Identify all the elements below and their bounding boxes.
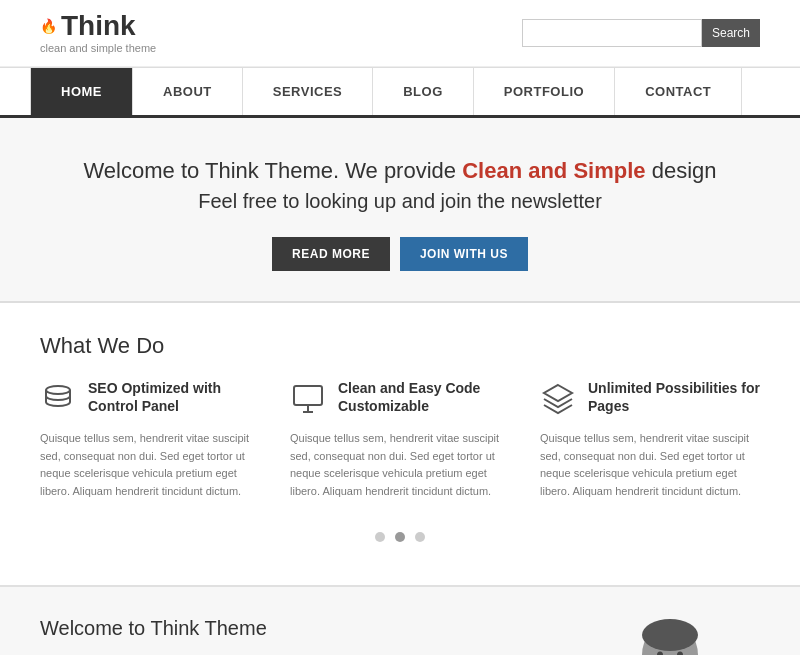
welcome-title: Welcome to Think Theme: [40, 617, 550, 640]
database-icon: [40, 381, 76, 420]
nav-link-contact[interactable]: CONTACT: [615, 68, 742, 115]
search-form: Search: [522, 19, 760, 47]
welcome-text: Welcome to Think Theme Lorem ipsum dolor…: [40, 617, 550, 655]
nav-item-portfolio: PORTFOLIO: [474, 68, 615, 115]
feature-code-desc: Quisque tellus sem, hendrerit vitae susc…: [290, 430, 510, 500]
logo-text: Think: [61, 12, 136, 40]
dot-2[interactable]: [395, 532, 405, 542]
monitor-icon: [290, 381, 326, 420]
what-section: What We Do SEO Optimized with Control Pa…: [0, 303, 800, 585]
logo-subtitle: clean and simple theme: [40, 42, 156, 54]
feature-code-title: Clean and Easy Code Customizable: [338, 379, 510, 415]
feature-pages-title: Unlimited Possibilities for Pages: [588, 379, 760, 415]
hero-line1-accent: Clean and Simple: [462, 158, 645, 183]
nav-link-portfolio[interactable]: PORTFOLIO: [474, 68, 615, 115]
svg-rect-1: [294, 386, 322, 405]
svg-marker-4: [544, 385, 572, 401]
nav-link-services[interactable]: SERVICES: [243, 68, 374, 115]
features-grid: SEO Optimized with Control Panel Quisque…: [40, 379, 760, 500]
feature-seo-title: SEO Optimized with Control Panel: [88, 379, 260, 415]
logo: 🔥 Think clean and simple theme: [40, 12, 156, 54]
svg-point-0: [46, 386, 70, 394]
feature-pages-desc: Quisque tellus sem, hendrerit vitae susc…: [540, 430, 760, 500]
what-section-title: What We Do: [40, 333, 760, 359]
feature-seo: SEO Optimized with Control Panel Quisque…: [40, 379, 260, 500]
nav-item-services: SERVICES: [243, 68, 374, 115]
feature-code-header: Clean and Easy Code Customizable: [290, 379, 510, 420]
search-input[interactable]: [522, 19, 702, 47]
search-button[interactable]: Search: [702, 19, 760, 47]
dot-1[interactable]: [375, 532, 385, 542]
nav-link-blog[interactable]: BLOG: [373, 68, 474, 115]
hero-subheadline: Feel free to looking up and join the new…: [20, 190, 780, 213]
feature-code: Clean and Easy Code Customizable Quisque…: [290, 379, 510, 500]
welcome-image: [580, 617, 760, 655]
nav-item-home: HOME: [30, 68, 133, 115]
hero-line1-start: Welcome to Think Theme. We provide: [84, 158, 463, 183]
hero-section: Welcome to Think Theme. We provide Clean…: [0, 118, 800, 303]
hero-line1-end: design: [646, 158, 717, 183]
nav-link-home[interactable]: HOME: [30, 68, 133, 115]
carousel-dots: [40, 520, 760, 565]
person-illustration: [590, 617, 750, 655]
layers-icon: [540, 381, 576, 420]
dot-3[interactable]: [415, 532, 425, 542]
welcome-section: Welcome to Think Theme Lorem ipsum dolor…: [0, 585, 800, 655]
svg-point-6: [642, 619, 698, 651]
nav-item-about: ABOUT: [133, 68, 243, 115]
logo-title: 🔥 Think: [40, 12, 156, 40]
site-header: 🔥 Think clean and simple theme Search: [0, 0, 800, 67]
hero-buttons: READ MORE JOIN WITH US: [20, 237, 780, 271]
join-us-button[interactable]: JOIN WITH US: [400, 237, 528, 271]
feature-seo-header: SEO Optimized with Control Panel: [40, 379, 260, 420]
flame-icon: 🔥: [40, 19, 57, 33]
nav-link-about[interactable]: ABOUT: [133, 68, 243, 115]
read-more-button[interactable]: READ MORE: [272, 237, 390, 271]
nav-item-contact: CONTACT: [615, 68, 742, 115]
hero-headline: Welcome to Think Theme. We provide Clean…: [20, 158, 780, 184]
nav-list: HOME ABOUT SERVICES BLOG PORTFOLIO CONTA…: [0, 68, 800, 115]
feature-pages-header: Unlimited Possibilities for Pages: [540, 379, 760, 420]
feature-pages: Unlimited Possibilities for Pages Quisqu…: [540, 379, 760, 500]
feature-seo-desc: Quisque tellus sem, hendrerit vitae susc…: [40, 430, 260, 500]
nav-item-blog: BLOG: [373, 68, 474, 115]
main-nav: HOME ABOUT SERVICES BLOG PORTFOLIO CONTA…: [0, 67, 800, 118]
